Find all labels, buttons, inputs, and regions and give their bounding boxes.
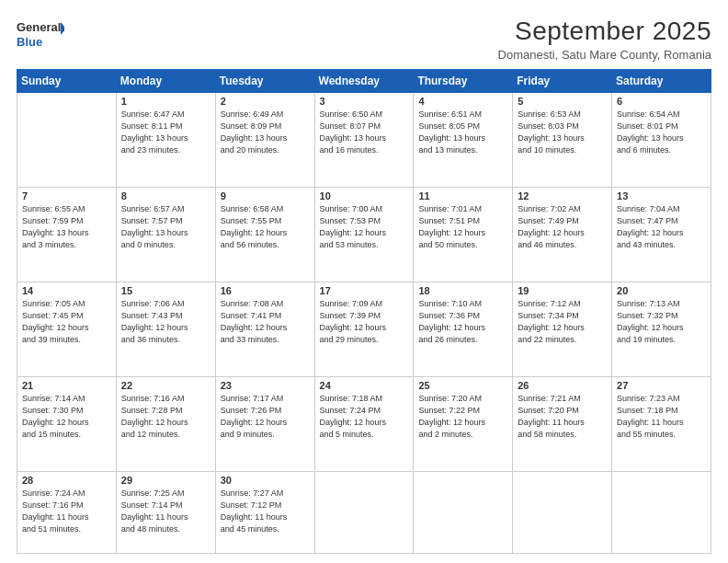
column-header-thursday: Thursday: [414, 70, 513, 93]
day-number: 4: [418, 96, 507, 107]
calendar-cell: [612, 472, 711, 554]
calendar-cell: 1Sunrise: 6:47 AM Sunset: 8:11 PM Daylig…: [116, 93, 215, 188]
day-info: Sunrise: 7:14 AM Sunset: 7:30 PM Dayligh…: [22, 393, 111, 441]
calendar-cell: 17Sunrise: 7:09 AM Sunset: 7:39 PM Dayli…: [314, 282, 414, 377]
calendar-cell: 18Sunrise: 7:10 AM Sunset: 7:36 PM Dayli…: [414, 282, 513, 377]
calendar-week-row: 7Sunrise: 6:55 AM Sunset: 7:59 PM Daylig…: [17, 188, 711, 282]
calendar-cell: 7Sunrise: 6:55 AM Sunset: 7:59 PM Daylig…: [17, 188, 117, 282]
calendar-cell: 2Sunrise: 6:49 AM Sunset: 8:09 PM Daylig…: [215, 93, 314, 188]
day-info: Sunrise: 7:12 AM Sunset: 7:34 PM Dayligh…: [518, 298, 607, 346]
day-number: 24: [320, 380, 409, 391]
day-number: 10: [320, 190, 409, 201]
calendar-cell: 15Sunrise: 7:06 AM Sunset: 7:43 PM Dayli…: [116, 282, 215, 377]
calendar-header-row: SundayMondayTuesdayWednesdayThursdayFrid…: [17, 70, 711, 93]
day-info: Sunrise: 6:51 AM Sunset: 8:05 PM Dayligh…: [418, 109, 507, 156]
day-info: Sunrise: 6:53 AM Sunset: 8:03 PM Dayligh…: [518, 109, 607, 156]
calendar-cell: 30Sunrise: 7:27 AM Sunset: 7:12 PM Dayli…: [215, 472, 314, 554]
day-number: 20: [617, 285, 706, 296]
day-number: 30: [221, 475, 310, 486]
calendar-week-row: 14Sunrise: 7:05 AM Sunset: 7:45 PM Dayli…: [17, 282, 711, 377]
calendar-cell: 23Sunrise: 7:17 AM Sunset: 7:26 PM Dayli…: [215, 377, 314, 472]
calendar-cell: 29Sunrise: 7:25 AM Sunset: 7:14 PM Dayli…: [116, 472, 215, 554]
day-info: Sunrise: 7:21 AM Sunset: 7:20 PM Dayligh…: [518, 393, 607, 441]
calendar-week-row: 21Sunrise: 7:14 AM Sunset: 7:30 PM Dayli…: [17, 377, 711, 472]
day-info: Sunrise: 7:02 AM Sunset: 7:49 PM Dayligh…: [518, 203, 607, 251]
day-number: 21: [22, 380, 111, 391]
calendar-week-row: 1Sunrise: 6:47 AM Sunset: 8:11 PM Daylig…: [17, 93, 711, 188]
day-info: Sunrise: 7:01 AM Sunset: 7:51 PM Dayligh…: [418, 203, 507, 251]
day-number: 27: [617, 380, 706, 391]
day-info: Sunrise: 7:10 AM Sunset: 7:36 PM Dayligh…: [418, 298, 507, 346]
header: General Blue September 2025 Domanesti, S…: [17, 17, 711, 62]
day-info: Sunrise: 7:13 AM Sunset: 7:32 PM Dayligh…: [617, 298, 706, 346]
day-info: Sunrise: 7:16 AM Sunset: 7:28 PM Dayligh…: [121, 393, 210, 441]
day-number: 7: [22, 190, 111, 201]
column-header-saturday: Saturday: [612, 70, 711, 93]
day-info: Sunrise: 6:55 AM Sunset: 7:59 PM Dayligh…: [22, 203, 111, 251]
calendar-cell: 11Sunrise: 7:01 AM Sunset: 7:51 PM Dayli…: [414, 188, 513, 282]
calendar-cell: 8Sunrise: 6:57 AM Sunset: 7:57 PM Daylig…: [116, 188, 215, 282]
calendar-cell: 9Sunrise: 6:58 AM Sunset: 7:55 PM Daylig…: [215, 188, 314, 282]
calendar-cell: 24Sunrise: 7:18 AM Sunset: 7:24 PM Dayli…: [314, 377, 414, 472]
day-number: 13: [617, 190, 706, 201]
day-number: 8: [121, 190, 210, 201]
calendar-cell: [17, 93, 117, 188]
day-info: Sunrise: 6:47 AM Sunset: 8:11 PM Dayligh…: [121, 109, 210, 156]
calendar-cell: 13Sunrise: 7:04 AM Sunset: 7:47 PM Dayli…: [612, 188, 711, 282]
day-number: 11: [418, 190, 507, 201]
day-number: 15: [121, 285, 210, 296]
subtitle: Domanesti, Satu Mare County, Romania: [498, 48, 711, 62]
column-header-sunday: Sunday: [17, 70, 117, 93]
day-info: Sunrise: 6:50 AM Sunset: 8:07 PM Dayligh…: [320, 109, 409, 156]
day-number: 14: [22, 285, 111, 296]
day-info: Sunrise: 7:05 AM Sunset: 7:45 PM Dayligh…: [22, 298, 111, 346]
calendar-cell: 16Sunrise: 7:08 AM Sunset: 7:41 PM Dayli…: [215, 282, 314, 377]
calendar-cell: 14Sunrise: 7:05 AM Sunset: 7:45 PM Dayli…: [17, 282, 117, 377]
title-block: September 2025 Domanesti, Satu Mare Coun…: [498, 17, 711, 62]
day-number: 23: [221, 380, 310, 391]
column-header-wednesday: Wednesday: [314, 70, 414, 93]
logo-svg: General Blue: [17, 17, 64, 52]
day-info: Sunrise: 6:58 AM Sunset: 7:55 PM Dayligh…: [221, 203, 310, 251]
day-number: 26: [518, 380, 607, 391]
calendar-cell: 3Sunrise: 6:50 AM Sunset: 8:07 PM Daylig…: [314, 93, 414, 188]
day-info: Sunrise: 7:24 AM Sunset: 7:16 PM Dayligh…: [22, 488, 111, 535]
calendar-cell: 25Sunrise: 7:20 AM Sunset: 7:22 PM Dayli…: [414, 377, 513, 472]
day-number: 28: [22, 475, 111, 486]
day-number: 1: [121, 96, 210, 107]
calendar-cell: [513, 472, 612, 554]
day-info: Sunrise: 7:04 AM Sunset: 7:47 PM Dayligh…: [617, 203, 706, 251]
calendar-cell: 22Sunrise: 7:16 AM Sunset: 7:28 PM Dayli…: [116, 377, 215, 472]
day-info: Sunrise: 7:20 AM Sunset: 7:22 PM Dayligh…: [418, 393, 507, 441]
calendar-week-row: 28Sunrise: 7:24 AM Sunset: 7:16 PM Dayli…: [17, 472, 711, 554]
day-info: Sunrise: 6:49 AM Sunset: 8:09 PM Dayligh…: [221, 109, 310, 156]
day-number: 19: [518, 285, 607, 296]
svg-marker-2: [61, 22, 64, 35]
calendar-cell: [414, 472, 513, 554]
day-info: Sunrise: 7:09 AM Sunset: 7:39 PM Dayligh…: [320, 298, 409, 346]
day-number: 22: [121, 380, 210, 391]
calendar-cell: 27Sunrise: 7:23 AM Sunset: 7:18 PM Dayli…: [612, 377, 711, 472]
day-number: 3: [320, 96, 409, 107]
day-number: 17: [320, 285, 409, 296]
day-number: 25: [418, 380, 507, 391]
svg-text:General: General: [17, 20, 61, 34]
calendar-cell: 20Sunrise: 7:13 AM Sunset: 7:32 PM Dayli…: [612, 282, 711, 377]
day-info: Sunrise: 7:08 AM Sunset: 7:41 PM Dayligh…: [221, 298, 310, 346]
column-header-friday: Friday: [513, 70, 612, 93]
calendar-table: SundayMondayTuesdayWednesdayThursdayFrid…: [17, 69, 711, 554]
calendar-cell: 12Sunrise: 7:02 AM Sunset: 7:49 PM Dayli…: [513, 188, 612, 282]
day-number: 9: [221, 190, 310, 201]
day-info: Sunrise: 7:25 AM Sunset: 7:14 PM Dayligh…: [121, 488, 210, 535]
day-number: 16: [221, 285, 310, 296]
day-number: 5: [518, 96, 607, 107]
day-info: Sunrise: 7:27 AM Sunset: 7:12 PM Dayligh…: [221, 488, 310, 535]
column-header-monday: Monday: [116, 70, 215, 93]
calendar-cell: 6Sunrise: 6:54 AM Sunset: 8:01 PM Daylig…: [612, 93, 711, 188]
column-header-tuesday: Tuesday: [215, 70, 314, 93]
day-number: 6: [617, 96, 706, 107]
calendar-cell: 21Sunrise: 7:14 AM Sunset: 7:30 PM Dayli…: [17, 377, 117, 472]
day-info: Sunrise: 6:57 AM Sunset: 7:57 PM Dayligh…: [121, 203, 210, 251]
page: General Blue September 2025 Domanesti, S…: [0, 0, 728, 563]
day-number: 29: [121, 475, 210, 486]
